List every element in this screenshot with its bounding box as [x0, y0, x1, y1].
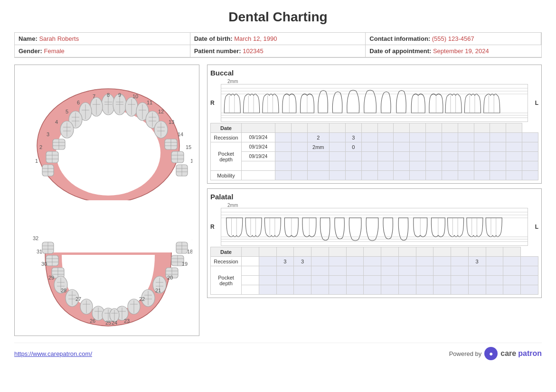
pocket-cell-2 [294, 285, 311, 295]
pocket-cell-3 [330, 152, 346, 161]
dob-value: March 12, 1990 [234, 35, 277, 42]
contact-label: Contact information: [369, 35, 430, 42]
pocket-cell-13 [486, 285, 503, 295]
pocket-cell-3 [311, 266, 329, 276]
svg-text:14: 14 [178, 131, 183, 137]
pocket-cell-0 [275, 152, 291, 161]
pocket-cell-11 [458, 161, 474, 171]
pocket-cell-3 [311, 276, 329, 285]
recession-cell-10 [442, 133, 458, 142]
dob-label: Date of birth: [194, 35, 233, 42]
pocket-cell-15 [522, 152, 538, 161]
svg-text:18: 18 [187, 249, 192, 254]
pocket-cell-6 [364, 266, 381, 276]
col-header-11 [426, 123, 442, 133]
patient-number-cell: Patient number: 102345 [190, 45, 366, 57]
pocket-cell-14 [503, 276, 521, 285]
pocket-cell-9 [426, 152, 442, 161]
recession-cell-0 [259, 257, 276, 266]
pocket-cell-15 [522, 161, 538, 171]
col-header-12 [433, 247, 451, 257]
col-header-9 [394, 123, 410, 133]
recession-cell-5 [361, 133, 377, 142]
recession-cell-3 [311, 257, 329, 266]
col-header-7 [361, 123, 377, 133]
svg-text:25: 25 [105, 320, 111, 326]
pocket-cell-7 [394, 152, 410, 161]
palatal-r-label: R [210, 224, 221, 230]
buccal-teeth-svg [221, 84, 528, 122]
col-header-14 [468, 247, 486, 257]
page-title: Dental Charting [14, 9, 542, 25]
tooth-32: 32 [33, 235, 54, 253]
svg-text:13: 13 [169, 119, 174, 125]
pocket-cell-12 [468, 276, 486, 285]
recession-cell-1: 3 [276, 257, 294, 266]
svg-text:7: 7 [93, 93, 95, 99]
mobility-cell-7 [394, 171, 410, 180]
pocket-cell-8 [410, 142, 426, 152]
pocket-cell-10 [433, 276, 451, 285]
pocket-cell-11 [451, 266, 469, 276]
palatal-teeth-row: R [210, 208, 538, 246]
pocket-cell-15 [521, 266, 538, 276]
pocket-cell-13 [486, 276, 503, 285]
pocket-cell-11 [458, 142, 474, 152]
patient-number-value: 102345 [243, 47, 263, 55]
pocket-cell-7 [394, 142, 410, 152]
pocket-cell-12 [468, 285, 486, 295]
pocket-cell-1 [276, 285, 294, 295]
pocket-cell-15 [521, 276, 538, 285]
svg-text:4: 4 [55, 119, 58, 125]
svg-text:29: 29 [48, 275, 54, 280]
pocket-cell-6 [377, 142, 394, 152]
svg-text:15: 15 [186, 144, 191, 150]
pocket-cell-4 [329, 266, 346, 276]
recession-cell-13 [490, 133, 506, 142]
buccal-table-wrapper: DateRecession09/19/2423Pocket depth09/19… [210, 123, 538, 180]
mobility-cell-6 [377, 171, 394, 180]
col-header-9 [381, 247, 399, 257]
recession-cell-11 [458, 133, 474, 142]
appointment-cell: Date of appointment: September 19, 2024 [366, 45, 541, 57]
pocket-cell-15 [522, 142, 538, 152]
col-header-2 [275, 123, 291, 133]
name-cell: Name: Sarah Roberts [15, 33, 190, 45]
palatal-l-label: L [528, 224, 538, 230]
footer-link[interactable]: https://www.carepatron.com/ [14, 350, 92, 357]
pocket-cell-1 [291, 161, 307, 171]
pocket-cell-7 [394, 161, 410, 171]
recession-cell-9 [416, 257, 433, 266]
pocket-cell-5 [346, 266, 364, 276]
pocket-cell-12 [474, 161, 490, 171]
dob-cell: Date of birth: March 12, 1990 [190, 33, 366, 45]
pocket-cell-6 [377, 152, 394, 161]
palatal-table-pocket-depth-label: Pocket depth [211, 266, 242, 295]
recession-cell-6 [364, 257, 381, 266]
col-header-11 [416, 247, 433, 257]
col-header-5 [330, 123, 346, 133]
col-header-10 [398, 247, 416, 257]
recession-cell-11 [451, 257, 469, 266]
pocket-cell-6 [377, 161, 394, 171]
col-header-13 [458, 123, 474, 133]
pocket-cell-6 [364, 276, 381, 285]
date-cell-pd [242, 266, 259, 276]
buccal-table-pocket-depth-label: Pocket depth [211, 142, 242, 171]
buccal-table-recession-label: Recession [211, 133, 242, 142]
pocket-cell-0 [259, 276, 276, 285]
mobility-cell-5 [361, 171, 377, 180]
charting-section: Buccal 2mm R [207, 65, 542, 336]
date-cell-pd [242, 276, 259, 285]
mobility-cell-1 [291, 171, 307, 180]
svg-text:24: 24 [112, 320, 117, 326]
pocket-cell-9 [416, 266, 433, 276]
mobility-cell-10 [442, 171, 458, 180]
pocket-cell-5 [346, 276, 364, 285]
svg-text:11: 11 [147, 100, 152, 105]
buccal-r-label: R [210, 100, 221, 106]
date-cell-pd [242, 161, 275, 171]
mobility-cell-3 [330, 171, 346, 180]
care-text: care [500, 349, 516, 358]
recession-cell-8 [410, 133, 426, 142]
